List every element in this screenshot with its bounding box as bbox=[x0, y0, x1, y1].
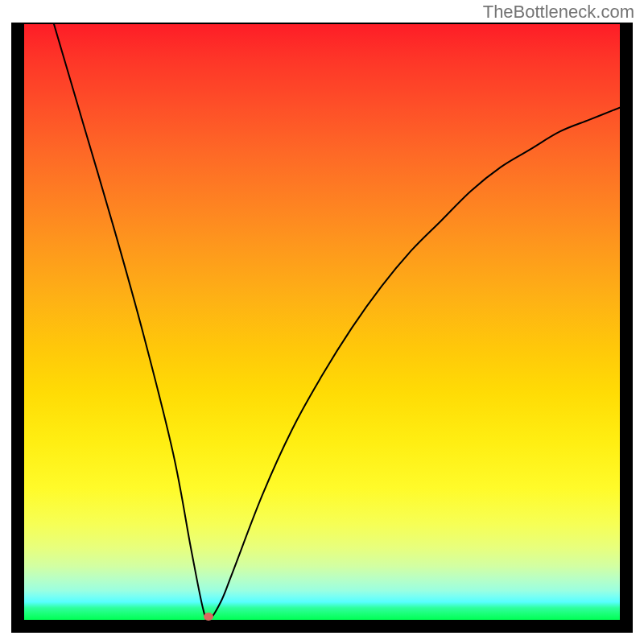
chart-container: TheBottleneck.com bbox=[0, 0, 644, 644]
chart-curve bbox=[24, 24, 620, 620]
watermark-text: TheBottleneck.com bbox=[483, 2, 634, 23]
curve-path bbox=[54, 24, 620, 620]
marker-dot bbox=[204, 613, 213, 621]
plot-area bbox=[24, 24, 620, 620]
